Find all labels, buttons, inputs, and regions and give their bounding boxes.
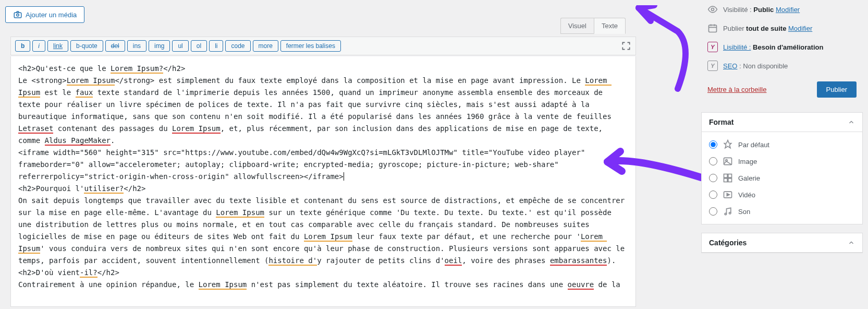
publish-button[interactable]: Publier <box>817 81 857 98</box>
qt-link[interactable]: link <box>47 40 68 52</box>
qt-ins[interactable]: ins <box>127 40 146 52</box>
qt-li[interactable]: li <box>209 40 223 52</box>
qt-bquote[interactable]: b-quote <box>70 40 103 52</box>
add-media-button[interactable]: Ajouter un média <box>5 6 84 23</box>
edit-visibility-link[interactable]: Modifier <box>776 6 800 14</box>
svg-rect-6 <box>724 174 728 178</box>
fullscreen-icon[interactable] <box>621 41 631 51</box>
svg-point-12 <box>729 212 731 214</box>
readability-row: Y Lisibilité : Besoin d'amélioration <box>701 38 863 56</box>
publish-date-row: Publier tout de suite Modifier <box>701 19 863 38</box>
qt-img[interactable]: img <box>149 40 170 52</box>
format-image-radio[interactable] <box>709 157 717 165</box>
calendar-icon <box>707 23 718 33</box>
eye-icon <box>707 4 718 15</box>
format-panel: Format Par défaut Image Galerie Vidéo So… <box>701 112 863 224</box>
gallery-icon <box>723 173 733 183</box>
tab-text[interactable]: Texte <box>594 18 626 34</box>
svg-rect-9 <box>728 179 732 182</box>
format-video-radio[interactable] <box>709 191 717 199</box>
tab-visual[interactable]: Visuel <box>560 18 594 34</box>
seo-row: Y SEO : Non disponible <box>701 56 863 75</box>
yoast-icon: Y <box>707 61 718 71</box>
svg-point-11 <box>725 213 726 215</box>
svg-point-1 <box>17 14 19 17</box>
svg-rect-3 <box>709 25 717 32</box>
format-default-radio[interactable] <box>709 140 717 149</box>
svg-rect-0 <box>14 13 21 18</box>
format-gallery-radio[interactable] <box>709 174 717 182</box>
pin-icon <box>723 139 733 150</box>
qt-italic[interactable]: i <box>32 40 45 52</box>
qt-ul[interactable]: ul <box>172 40 188 52</box>
yoast-icon: Y <box>707 42 718 52</box>
chevron-up-icon <box>848 239 855 246</box>
camera-icon <box>13 10 22 19</box>
qt-del[interactable]: del <box>105 40 125 52</box>
audio-icon <box>723 206 733 217</box>
svg-point-2 <box>712 8 714 11</box>
qt-bold[interactable]: b <box>15 40 30 52</box>
qt-ol[interactable]: ol <box>191 40 207 52</box>
svg-rect-8 <box>724 179 728 182</box>
quicktags-toolbar: b i link b-quote del ins img ul ol li co… <box>10 37 636 55</box>
qt-close-tags[interactable]: fermer les balises <box>280 40 341 52</box>
add-media-label: Ajouter un média <box>26 11 77 19</box>
categories-panel-toggle[interactable]: Catégories <box>702 233 862 253</box>
format-panel-toggle[interactable]: Format <box>702 113 862 132</box>
trash-link[interactable]: Mettre à la corbeille <box>707 86 766 93</box>
svg-rect-7 <box>728 174 732 178</box>
content-textarea[interactable]: <h2>Qu'est-ce que le Lorem Ipsum?</h2> L… <box>10 56 636 307</box>
visibility-row: Visibilité : Public Modifier <box>701 0 863 19</box>
qt-code[interactable]: code <box>225 40 250 52</box>
edit-publish-link[interactable]: Modifier <box>788 25 812 32</box>
image-icon <box>723 156 733 167</box>
chevron-up-icon <box>848 118 855 126</box>
categories-panel: Catégories <box>701 233 863 253</box>
qt-more[interactable]: more <box>253 40 278 52</box>
video-icon <box>723 189 733 200</box>
format-audio-radio[interactable] <box>709 207 717 216</box>
